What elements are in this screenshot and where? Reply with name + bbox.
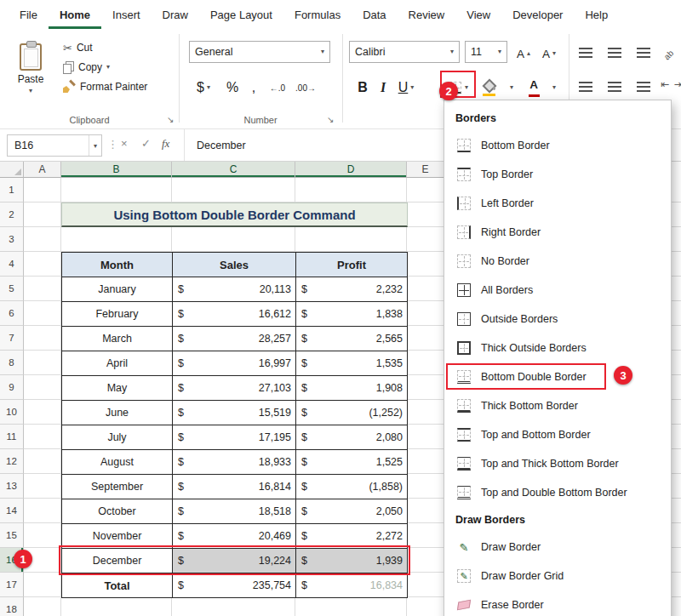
sales-cell-march[interactable]: $28,257 [173,327,296,351]
row-header-15[interactable]: 15 [0,523,24,548]
fill-color-button[interactable] [478,77,499,99]
profit-cell-march[interactable]: $2,565 [296,327,408,351]
bold-button[interactable]: B [354,77,371,99]
month-cell-december[interactable]: December [62,549,173,573]
decrease-decimal-button[interactable]: .00→ [293,77,318,99]
row-header-2[interactable]: 2 [0,202,24,227]
month-cell-may[interactable]: May [62,376,173,401]
menu-item-thick-outside-borders[interactable]: Thick Outside Borders [444,334,671,362]
row-header-9[interactable]: 9 [0,375,24,400]
tab-page-layout[interactable]: Page Layout [199,0,283,29]
total-label-cell[interactable]: Total [62,573,173,598]
font-name-select[interactable]: Calibri ▾ [349,41,460,63]
row-header-7[interactable]: 7 [0,326,24,351]
profit-cell-august[interactable]: $1,525 [296,450,408,475]
sales-cell-july[interactable]: $17,195 [173,425,296,450]
enter-button[interactable]: ✓ [141,137,151,150]
align-top-icon[interactable] [579,48,592,58]
insert-function-button[interactable]: fx [162,137,169,151]
number-format-select[interactable]: General ▾ [189,41,330,63]
row-header-14[interactable]: 14 [0,499,24,523]
orientation-icon[interactable] [664,46,679,60]
increase-indent-icon[interactable]: ⇥ [674,78,681,90]
font-color-button[interactable]: A [524,77,543,99]
row-header-8[interactable]: 8 [0,351,24,375]
month-cell-october[interactable]: October [62,499,173,524]
column-header-d[interactable]: D [295,162,407,178]
profit-cell-november[interactable]: $2,272 [296,524,408,549]
clipboard-dialog-launcher-icon[interactable]: ↘ [167,116,174,124]
menu-item-bottom-double-border[interactable]: Bottom Double Border [444,362,671,391]
sales-cell-november[interactable]: $20,469 [173,524,296,549]
row-header-12[interactable]: 12 [0,449,24,474]
percent-style-button[interactable]: % [223,77,242,99]
row-header-11[interactable]: 11 [0,425,24,449]
copy-button[interactable]: Copy ▾ [63,59,110,76]
row-header-6[interactable]: 6 [0,301,24,326]
month-cell-july[interactable]: July [62,425,173,450]
menu-item-top-and-thick-bottom-border[interactable]: Top and Thick Bottom Border [444,449,671,478]
cut-button[interactable]: ✂ Cut [63,39,93,56]
menu-item-draw-border[interactable]: Draw Border [444,533,671,562]
row-header-17[interactable]: 17 [0,573,24,597]
tab-help[interactable]: Help [574,0,619,29]
month-cell-june[interactable]: June [62,401,173,425]
sales-cell-may[interactable]: $27,103 [173,376,296,401]
profit-cell-april[interactable]: $1,535 [296,351,408,376]
accounting-format-button[interactable]: $ ▾ [191,77,216,99]
fill-color-caret[interactable]: ▾ [506,77,518,99]
underline-button[interactable]: U ▾ [393,77,419,99]
select-all-corner[interactable] [0,162,24,178]
menu-item-bottom-border[interactable]: Bottom Border [444,131,671,160]
menu-item-top-and-bottom-border[interactable]: Top and Bottom Border [444,420,671,449]
sales-cell-february[interactable]: $16,612 [173,302,296,327]
column-header-b[interactable]: B [61,162,172,178]
profit-cell-may[interactable]: $1,908 [296,376,408,401]
row-header-4[interactable]: 4 [0,252,24,277]
align-left-icon[interactable] [579,82,592,92]
sales-cell-december[interactable]: $19,224 [173,549,296,573]
align-center-icon[interactable] [608,82,621,92]
menu-item-top-border[interactable]: Top Border [444,160,671,189]
grow-font-button[interactable]: A ▴ [512,43,535,65]
profit-cell-september[interactable]: $(1,858) [296,475,408,499]
row-header-3[interactable]: 3 [0,227,24,252]
month-cell-february[interactable]: February [62,302,173,327]
align-right-icon[interactable] [637,82,650,92]
tab-review[interactable]: Review [398,0,456,29]
name-box[interactable]: B16 ▾ [7,134,102,157]
tab-file[interactable]: File [9,0,49,29]
row-header-1[interactable]: 1 [0,178,24,202]
row-header-10[interactable]: 10 [0,400,24,425]
menu-item-top-and-double-bottom-border[interactable]: Top and Double Bottom Border [444,478,671,507]
align-bottom-icon[interactable] [637,48,650,58]
tab-draw[interactable]: Draw [152,0,199,29]
month-cell-march[interactable]: March [62,327,173,351]
comma-style-button[interactable]: , [247,77,260,99]
profit-cell-february[interactable]: $1,838 [296,302,408,327]
row-header-18[interactable]: 18 [0,597,24,616]
profit-cell-october[interactable]: $2,050 [296,499,408,524]
name-box-caret-icon[interactable]: ▾ [89,135,101,156]
cancel-button[interactable]: × [121,137,128,150]
month-cell-january[interactable]: January [62,277,173,302]
number-dialog-launcher-icon[interactable]: ↘ [327,116,334,124]
italic-button[interactable]: I [376,77,390,99]
column-header-c[interactable]: C [172,162,295,178]
menu-item-left-border[interactable]: Left Border [444,189,671,218]
sales-cell-september[interactable]: $16,814 [173,475,296,499]
profit-cell-june[interactable]: $(1,252) [296,401,408,425]
worksheet-title-cell[interactable]: Using Bottom Double Border Command [61,202,408,227]
menu-item-draw-border-grid[interactable]: Draw Border Grid [444,562,671,590]
month-cell-august[interactable]: August [62,450,173,475]
sales-cell-october[interactable]: $18,518 [173,499,296,524]
sales-cell-january[interactable]: $20,113 [173,277,296,302]
total-sales-cell[interactable]: $235,754 [173,573,296,598]
column-header-a[interactable]: A [24,162,61,178]
month-cell-april[interactable]: April [62,351,173,376]
tab-formulas[interactable]: Formulas [283,0,352,29]
format-painter-button[interactable]: Format Painter [63,78,147,95]
tab-data[interactable]: Data [352,0,397,29]
menu-item-thick-bottom-border[interactable]: Thick Bottom Border [444,391,671,420]
font-color-caret[interactable]: ▾ [548,77,560,99]
